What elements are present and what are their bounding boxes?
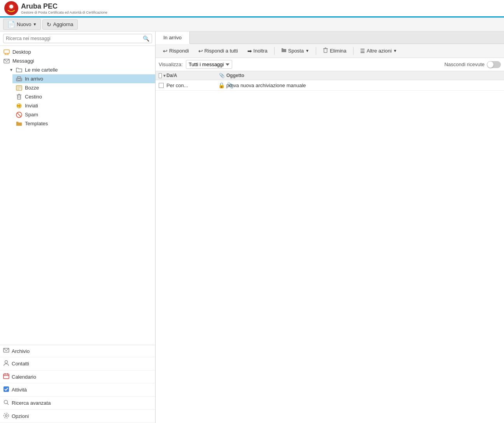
reply-button[interactable]: ↩ Rispondi — [159, 46, 193, 56]
logo: Aruba PEC Gestore di Posta Certificata e… — [4, 1, 107, 16]
cestino-label: Cestino — [25, 94, 42, 100]
svg-point-2 — [9, 5, 13, 9]
subject-text: prova nuova archiviazione manuale — [226, 82, 306, 88]
nav-opzioni[interactable]: Opzioni — [0, 410, 155, 423]
tabs: In arrivo — [156, 32, 504, 44]
forward-icon: ➡ — [247, 48, 252, 54]
sidebar-item-bozze[interactable]: Bozze — [12, 83, 155, 92]
filter-select[interactable]: Tutti i messaggi — [186, 60, 232, 69]
lock-icon: 🔒 — [218, 82, 225, 88]
message-sender: Per con... — [166, 82, 217, 88]
nav-tree: Desktop Messaggi ▼ Le mie cartelle I — [0, 46, 155, 345]
sidebar-item-templates[interactable]: Templates — [12, 119, 155, 128]
in-arrivo-label: In arrivo — [25, 76, 43, 82]
archivio-label: Archivio — [12, 348, 30, 354]
sender-text: Per con... — [166, 82, 188, 88]
folder-open-icon — [16, 67, 23, 73]
inviati-label: Inviati — [25, 103, 38, 109]
templates-label: Templates — [25, 121, 48, 126]
move-dropdown-icon: ▼ — [305, 49, 309, 53]
nav-contatti[interactable]: Contatti — [0, 357, 155, 370]
svg-rect-25 — [4, 374, 9, 379]
row-checkbox[interactable] — [159, 83, 166, 88]
trash-icon — [16, 94, 23, 100]
row-checkbox-box — [159, 83, 164, 88]
header: Aruba PEC Gestore di Posta Certificata e… — [0, 0, 504, 18]
search-input-wrap[interactable]: 🔍 — [3, 34, 152, 43]
move-label: Sposta — [288, 48, 304, 54]
new-icon: 📄 — [7, 21, 15, 28]
more-dropdown-icon: ▼ — [393, 49, 397, 53]
mail-icon — [3, 58, 10, 64]
spam-icon — [16, 112, 23, 118]
contatti-label: Contatti — [12, 361, 29, 367]
messaggi-label: Messaggi — [12, 58, 34, 64]
new-button[interactable]: 📄 Nuovo ▼ — [3, 19, 41, 30]
nav-archivio[interactable]: Archivio — [0, 345, 155, 357]
message-row[interactable]: Per con... 🔒 📎 prova nuova archiviazione… — [156, 80, 504, 91]
bottom-nav: Archivio Contatti Calendario Attività — [0, 345, 155, 423]
filter-bar: Visualizza: Tutti i messaggi Nascondi ri… — [156, 58, 504, 71]
reply-all-button[interactable]: ↩ Rispondi a tutti — [194, 46, 242, 56]
delete-label: Elimina — [330, 48, 346, 54]
new-dropdown-icon: ▼ — [33, 22, 37, 26]
reply-icon: ↩ — [163, 48, 168, 54]
hide-received-label: Nascondi ricevute — [444, 61, 485, 67]
desktop-label: Desktop — [12, 49, 31, 55]
move-button[interactable]: Sposta ▼ — [277, 46, 313, 56]
drafts-icon — [16, 85, 23, 91]
select-all-checkbox[interactable]: ▼ — [159, 73, 166, 78]
subject-header-label: Oggetto — [226, 73, 244, 78]
refresh-label: Aggiorna — [53, 21, 73, 27]
tab-in-arrivo-label: In arrivo — [163, 35, 182, 40]
sidebar-item-desktop[interactable]: Desktop — [0, 47, 155, 56]
nav-calendario[interactable]: Calendario — [0, 370, 155, 383]
sidebar-item-cestino[interactable]: Cestino — [12, 92, 155, 101]
archivio-icon — [3, 348, 9, 354]
search-box: 🔍 — [0, 32, 155, 46]
toolbar: 📄 Nuovo ▼ ↻ Aggiorna — [0, 18, 504, 32]
templates-icon — [16, 121, 23, 126]
message-subject: prova nuova archiviazione manuale — [226, 82, 501, 88]
message-icons: 🔒 📎 — [217, 82, 226, 88]
search-input[interactable] — [6, 36, 143, 41]
more-actions-button[interactable]: ☰ Altre azioni ▼ — [356, 46, 401, 56]
svg-point-32 — [5, 415, 7, 417]
attivita-label: Attività — [12, 387, 27, 393]
more-label: Altre azioni — [367, 48, 392, 54]
hide-received-toggle[interactable] — [487, 61, 501, 68]
forward-button[interactable]: ➡ Inoltra — [243, 46, 272, 56]
desktop-icon — [3, 49, 10, 55]
folder-chevron-icon: ▼ — [9, 68, 13, 72]
sent-icon — [16, 103, 23, 109]
svg-point-33 — [4, 413, 9, 418]
refresh-icon: ↻ — [47, 21, 51, 28]
attach-header-icon: 📎 — [219, 73, 225, 78]
calendario-label: Calendario — [12, 374, 36, 380]
new-label: Nuovo — [17, 21, 32, 27]
opzioni-icon — [3, 412, 9, 420]
separator-3 — [353, 47, 354, 55]
sidebar-item-inviati[interactable]: Inviati — [12, 101, 155, 110]
sidebar-item-le-mie-cartelle[interactable]: ▼ Le mie cartelle — [6, 65, 155, 74]
brand-name: Aruba PEC — [21, 2, 107, 11]
sidebar-item-in-arrivo[interactable]: In arrivo — [12, 74, 155, 83]
logo-text: Aruba PEC Gestore di Posta Certificata e… — [21, 2, 107, 14]
svg-line-31 — [7, 404, 9, 405]
reply-all-icon: ↩ — [198, 48, 203, 54]
checkbox-box — [159, 73, 162, 78]
message-list-header: ▼ Da/A 📎 Oggetto — [156, 71, 504, 80]
sidebar-item-spam[interactable]: Spam — [12, 110, 155, 119]
reply-label: Rispondi — [169, 48, 189, 54]
delete-button[interactable]: Elimina — [318, 46, 351, 56]
refresh-button[interactable]: ↻ Aggiorna — [42, 19, 77, 30]
nav-attivita[interactable]: Attività — [0, 383, 155, 397]
inbox-icon — [16, 76, 23, 82]
nav-ricerca-avanzata[interactable]: Ricerca avanzata — [0, 397, 155, 410]
tab-in-arrivo[interactable]: In arrivo — [156, 32, 190, 44]
col-subject-header: Oggetto — [226, 73, 501, 78]
sidebar-item-messaggi[interactable]: Messaggi — [0, 56, 155, 65]
brand-subtitle: Gestore di Posta Certificata ed Autorità… — [21, 11, 107, 14]
main: 🔍 Desktop Messaggi ▼ — [0, 32, 504, 423]
spam-label: Spam — [25, 112, 38, 118]
